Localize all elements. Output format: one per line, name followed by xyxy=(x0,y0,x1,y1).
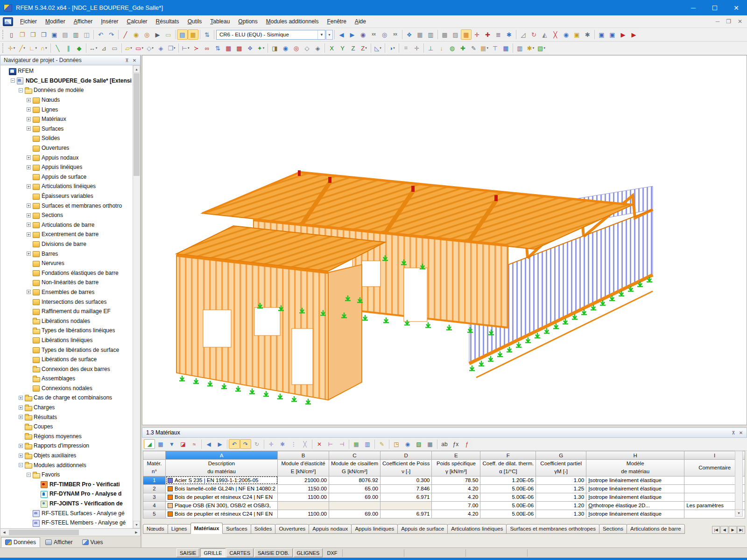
tables-toggle-icon[interactable]: ▦ xyxy=(188,29,198,40)
export-excel-icon[interactable]: ▧ xyxy=(413,439,424,449)
zoom-in-icon[interactable]: ◉ xyxy=(280,43,291,53)
value-cell[interactable]: 1.00 xyxy=(536,476,586,484)
table-tab-ouvertures[interactable]: Ouvertures xyxy=(275,524,309,534)
scroll-left-icon[interactable]: ◀ xyxy=(0,531,8,534)
fe-mesh-2-icon[interactable]: ✚ xyxy=(482,29,493,40)
col-next-icon[interactable]: ▶ xyxy=(214,439,226,449)
menu-inserer[interactable]: Insérer xyxy=(97,16,122,27)
menu-tableau[interactable]: Tableau xyxy=(206,16,234,27)
chevron-down-icon[interactable]: ▼ xyxy=(317,30,324,39)
scroll-down-icon[interactable]: ▼ xyxy=(735,509,742,516)
tree-expand-icon[interactable]: + xyxy=(19,444,23,448)
tree-item-materiaux[interactable]: +Matériaux xyxy=(0,114,140,124)
jump-in-icon[interactable]: ▶ xyxy=(618,29,628,40)
value-cell[interactable]: 1.30 xyxy=(536,510,586,518)
scroll-up-icon[interactable]: ▲ xyxy=(133,65,140,73)
tree-item-connexions-nodales[interactable]: Connexions nodales xyxy=(0,384,140,393)
mesh-settings-icon[interactable]: ▨ xyxy=(450,29,461,40)
tree-expand-icon[interactable]: − xyxy=(19,463,23,467)
support-tool-icon[interactable]: ⊥ xyxy=(425,43,436,53)
minimize-button[interactable]: ─ xyxy=(683,0,704,15)
table-tab-surfaces[interactable]: Surfaces xyxy=(222,524,251,534)
copy-object-icon[interactable]: ❒▾ xyxy=(166,43,177,53)
table-tab-sections[interactable]: Sections xyxy=(599,524,627,534)
table-filter-wave-icon[interactable]: ≈ xyxy=(189,439,200,449)
fe-mesh-1-icon[interactable]: ✛ xyxy=(472,29,482,40)
insert-arc-icon[interactable]: ∩▾ xyxy=(38,43,49,53)
magic-wand-icon[interactable]: ✱▾ xyxy=(525,43,536,53)
clipboard-icon[interactable]: ▤ xyxy=(60,29,70,40)
load-tool-icon[interactable]: ↓ xyxy=(436,43,447,53)
tree-expand-icon[interactable]: + xyxy=(27,290,31,294)
tree-item-regions-moyennes[interactable]: Régions moyennes xyxy=(0,432,140,441)
table-tab-appuis-nodaux[interactable]: Appuis nodaux xyxy=(309,524,352,534)
value-cell[interactable]: 4.20 xyxy=(432,493,480,501)
navigator-tab-donnees[interactable]: Données xyxy=(1,537,40,547)
maximize-button[interactable]: ☐ xyxy=(704,0,726,15)
tree-item-fondations-elastiques-de-barre[interactable]: Fondations élastiques de barre xyxy=(0,268,140,278)
point-coords-icon[interactable]: ˣˣ xyxy=(390,29,401,40)
scroll-right-icon[interactable]: ▶ xyxy=(133,531,140,534)
load-case-combobox[interactable]: CR6 - ELU (EQU) - Sismique▼ xyxy=(216,30,325,40)
tree-expand-icon[interactable]: + xyxy=(19,415,23,419)
calc-settings-icon[interactable]: ✱ xyxy=(504,29,514,40)
view-persp-icon[interactable]: ◈ xyxy=(312,43,323,53)
material-description-cell[interactable]: Bois lamellé-collé GL24h | NF EN 14080:2 xyxy=(166,484,278,493)
zoom-object-icon[interactable]: ◎ xyxy=(141,29,152,40)
pan-view-icon[interactable]: ✛ xyxy=(411,43,422,53)
model-viewport[interactable] xyxy=(142,55,747,425)
fx-remove-icon[interactable]: ƒ xyxy=(461,439,472,449)
view-extract-icon[interactable]: ▣ xyxy=(607,29,618,40)
render-mode-icon[interactable]: ❖ xyxy=(404,29,415,40)
tree-expand-icon[interactable]: + xyxy=(27,213,31,217)
tree-expand-icon[interactable]: − xyxy=(19,88,23,92)
tree-expand-icon[interactable]: + xyxy=(27,184,31,189)
fx-formula-icon[interactable]: ƒx xyxy=(450,439,461,449)
table-vertical-scrollbar[interactable]: ▼ xyxy=(735,451,743,517)
display-grid-icon[interactable]: ▦ xyxy=(415,29,425,40)
tree-item-cas-de-charge-et-combinaisons[interactable]: +Cas de charge et combinaisons xyxy=(0,393,140,403)
scroll-thumb[interactable] xyxy=(134,73,140,176)
green-axes-icon[interactable]: ✚ xyxy=(458,43,468,53)
value-cell[interactable]: 6.971 xyxy=(381,493,432,501)
table-tab-articulations-de-barre[interactable]: Articulations de barre xyxy=(627,524,685,534)
value-cell[interactable]: 7.00 xyxy=(432,501,480,510)
calculator-icon[interactable]: ▦ xyxy=(424,439,436,449)
value-cell[interactable]: 21000.00 xyxy=(278,476,329,484)
undo-icon[interactable]: ↶ xyxy=(95,29,106,40)
tree-item-rf-steel-members-analyse-ge[interactable]: RF-STEEL Members - Analyse gé xyxy=(0,518,140,528)
tree-item-donnees-de-modele[interactable]: −Données de modèle xyxy=(0,85,140,95)
pin-icon[interactable]: ⊼ xyxy=(730,429,737,436)
status-toggle-grille[interactable]: GRILLE xyxy=(200,548,225,557)
view-z-icon[interactable]: Z xyxy=(348,43,359,53)
object-info-icon[interactable]: ◉ xyxy=(561,29,571,40)
row-clear-icon[interactable]: ╳ xyxy=(299,439,310,449)
chevron-down-icon[interactable]: ▾ xyxy=(486,46,488,50)
column-letter-e[interactable]: E xyxy=(432,451,480,460)
menu-outils[interactable]: Outils xyxy=(183,16,206,27)
generate-structure-icon[interactable]: ❖ xyxy=(245,43,255,53)
save-model-icon[interactable]: ❒ xyxy=(38,29,49,40)
new-line-icon[interactable]: ╱ xyxy=(120,29,131,40)
tree-item-connexion-des-deux-barres[interactable]: Connexion des deux barres xyxy=(0,364,140,374)
value-cell[interactable]: 1100.00 xyxy=(278,493,329,501)
value-cell[interactable]: 78.50 xyxy=(432,476,480,484)
value-cell[interactable]: 5.00E-06 xyxy=(480,484,536,493)
tree-item-rf-dynam-pro-analyse-d[interactable]: RF-DYNAM Pro - Analyse d xyxy=(0,489,140,499)
status-toggle-cartes[interactable]: CARTES xyxy=(226,548,254,557)
table-tab-lignes[interactable]: Lignes xyxy=(168,524,191,534)
mdi-minimize-icon[interactable]: ─ xyxy=(716,18,720,25)
value-cell[interactable]: 4.20 xyxy=(432,484,480,493)
chevron-down-icon[interactable]: ▾ xyxy=(23,46,25,50)
navigator-toggle-icon[interactable]: ▤ xyxy=(177,29,188,40)
delete-object-icon[interactable]: ╳ xyxy=(550,29,561,40)
value-cell[interactable]: 0.300 xyxy=(381,476,432,484)
tree-item-liberations-lineiques[interactable]: Libérations linéiques xyxy=(0,336,140,345)
tree-item-articulations-lineiques[interactable]: +Articulations linéiques xyxy=(0,182,140,191)
open-project-icon[interactable]: ❒ xyxy=(28,29,38,40)
chevron-down-icon[interactable]: ▾ xyxy=(365,46,367,50)
view-x-icon[interactable]: X xyxy=(326,43,337,53)
insert-member-icon[interactable]: ╲ xyxy=(52,43,63,53)
chevron-down-icon[interactable]: ▾ xyxy=(393,46,395,50)
fe-mesh-3-icon[interactable]: ≣ xyxy=(493,29,504,40)
